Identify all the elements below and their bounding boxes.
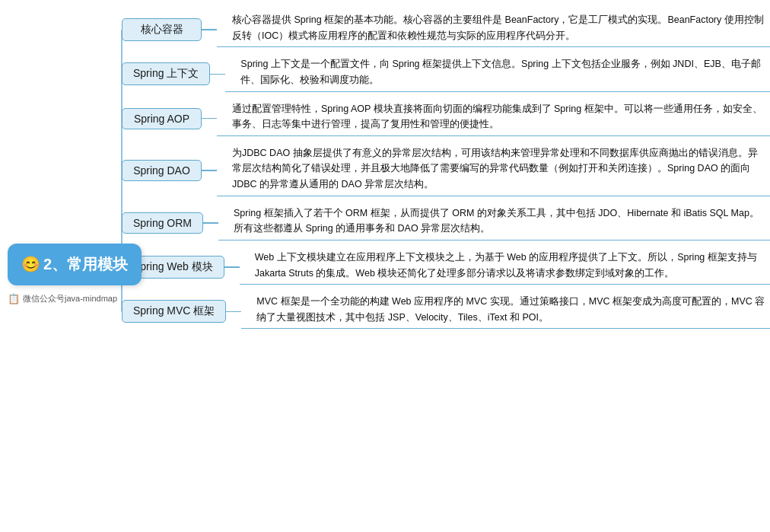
hline-after-core-container bbox=[202, 29, 217, 30]
hline-after-spring-web bbox=[224, 266, 240, 268]
branch-node-spring-orm: Spring ORM bbox=[122, 212, 203, 234]
branch-node-core-container: 核心容器 bbox=[122, 18, 202, 41]
branch-desc-spring-context: Spring 上下文是一个配置文件，向 Spring 框架提供上下文信息。Spr… bbox=[225, 56, 770, 91]
left-panel: 😊2、常用模块 📋 微信公众号java-mindmap bbox=[0, 8, 122, 532]
center-node-title: 2、常用模块 bbox=[43, 256, 128, 272]
center-node-emoji: 😊 bbox=[21, 256, 40, 272]
hline-after-spring-context bbox=[210, 74, 225, 75]
branch-desc-core-container: 核心容器提供 Spring 框架的基本功能。核心容器的主要组件是 BeanFac… bbox=[217, 12, 770, 47]
branch-item-core-container: 核心容器 核心容器提供 Spring 框架的基本功能。核心容器的主要组件是 Be… bbox=[122, 12, 770, 47]
branch-top-spring-orm: Spring ORM Spring 框架插入了若干个 ORM 框架，从而提供了 … bbox=[122, 205, 770, 241]
branch-top-spring-dao: Spring DAO 为JDBC DAO 抽象层提供了有意义的异常层次结构，可用… bbox=[122, 145, 770, 196]
branch-node-wrap-spring-context: Spring 上下文 bbox=[122, 56, 225, 91]
branch-node-wrap-spring-mvc: Spring MVC 框架 bbox=[122, 294, 241, 329]
branch-node-spring-context: Spring 上下文 bbox=[122, 62, 210, 85]
branch-item-spring-dao: Spring DAO 为JDBC DAO 抽象层提供了有意义的异常层次结构，可用… bbox=[122, 145, 770, 196]
branch-top-core-container: 核心容器 核心容器提供 Spring 框架的基本功能。核心容器的主要组件是 Be… bbox=[122, 12, 770, 47]
branch-item-spring-mvc: Spring MVC 框架 MVC 框架是一个全功能的构建 Web 应用程序的 … bbox=[122, 294, 770, 329]
branch-node-wrap-core-container: 核心容器 bbox=[122, 12, 217, 47]
branch-node-spring-dao: Spring DAO bbox=[122, 160, 202, 181]
branch-item-spring-web: Spring Web 模块 Web 上下文模块建立在应用程序上下文模块之上，为基… bbox=[122, 250, 770, 285]
branch-desc-spring-web: Web 上下文模块建立在应用程序上下文模块之上，为基于 Web 的应用程序提供了… bbox=[240, 250, 770, 285]
wechat-icon: 📋 bbox=[8, 293, 20, 304]
branch-desc-spring-mvc: MVC 框架是一个全功能的构建 Web 应用程序的 MVC 实现。通过策略接口，… bbox=[241, 294, 770, 329]
branch-top-spring-web: Spring Web 模块 Web 上下文模块建立在应用程序上下文模块之上，为基… bbox=[122, 250, 770, 285]
branch-top-spring-context: Spring 上下文 Spring 上下文是一个配置文件，向 Spring 框架… bbox=[122, 56, 770, 91]
branch-item-spring-aop: Spring AOP 通过配置管理特性，Spring AOP 模块直接将面向切面… bbox=[122, 101, 770, 136]
branch-desc-spring-orm: Spring 框架插入了若干个 ORM 框架，从而提供了 ORM 的对象关系工具… bbox=[218, 205, 770, 241]
branch-top-spring-aop: Spring AOP 通过配置管理特性，Spring AOP 模块直接将面向切面… bbox=[122, 101, 770, 136]
hline-after-spring-aop bbox=[202, 118, 217, 119]
main-container: 😊2、常用模块 📋 微信公众号java-mindmap 核心容器 核心容器提供 … bbox=[0, 0, 770, 532]
branches-container: 核心容器 核心容器提供 Spring 框架的基本功能。核心容器的主要组件是 Be… bbox=[122, 8, 770, 532]
branch-node-wrap-spring-aop: Spring AOP bbox=[122, 101, 217, 136]
center-node: 😊2、常用模块 bbox=[8, 244, 142, 285]
hline-after-spring-mvc bbox=[226, 311, 241, 313]
hline-after-spring-dao bbox=[202, 170, 217, 171]
wechat-label: 📋 微信公众号java-mindmap bbox=[8, 293, 117, 304]
branch-top-spring-mvc: Spring MVC 框架 MVC 框架是一个全功能的构建 Web 应用程序的 … bbox=[122, 294, 770, 329]
branch-node-spring-aop: Spring AOP bbox=[122, 108, 202, 129]
hline-after-spring-orm bbox=[203, 222, 218, 224]
branch-desc-spring-dao: 为JDBC DAO 抽象层提供了有意义的异常层次结构，可用该结构来管理异常处理和… bbox=[217, 145, 770, 196]
wechat-text: 微信公众号java-mindmap bbox=[23, 293, 117, 304]
branch-desc-spring-aop: 通过配置管理特性，Spring AOP 模块直接将面向切面的编程功能集成到了 S… bbox=[217, 101, 770, 136]
branch-node-spring-mvc: Spring MVC 框架 bbox=[122, 300, 226, 323]
branch-node-wrap-spring-orm: Spring ORM bbox=[122, 205, 218, 241]
branch-item-spring-context: Spring 上下文 Spring 上下文是一个配置文件，向 Spring 框架… bbox=[122, 56, 770, 91]
branch-item-spring-orm: Spring ORM Spring 框架插入了若干个 ORM 框架，从而提供了 … bbox=[122, 205, 770, 241]
branch-node-wrap-spring-dao: Spring DAO bbox=[122, 145, 217, 196]
